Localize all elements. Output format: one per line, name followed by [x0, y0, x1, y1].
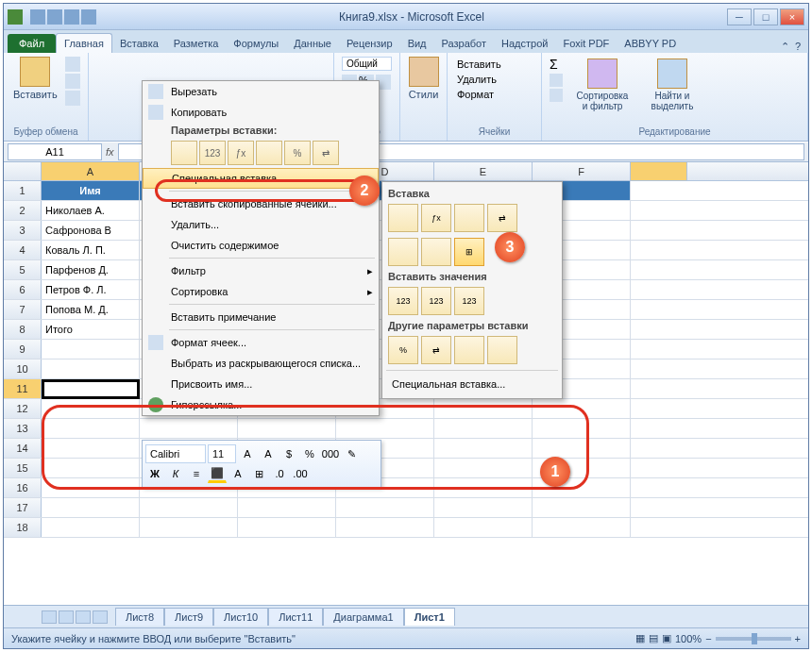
- cell[interactable]: Николаев А.: [42, 201, 140, 220]
- minimize-ribbon-icon[interactable]: ⌃: [781, 41, 789, 53]
- copy-icon[interactable]: [65, 74, 80, 89]
- sheet-tab[interactable]: Лист8: [115, 608, 164, 626]
- cell[interactable]: Имя: [42, 181, 140, 200]
- sheet-tab[interactable]: Лист11: [268, 608, 323, 626]
- help-icon[interactable]: ?: [795, 41, 801, 53]
- paste-values-source[interactable]: 123: [454, 287, 484, 315]
- cell[interactable]: Сафронова В: [42, 221, 140, 240]
- sheet-tab[interactable]: Лист9: [164, 608, 213, 626]
- col-E[interactable]: E: [434, 162, 533, 180]
- sheet-tab-active[interactable]: Лист1: [404, 608, 455, 626]
- styles-button[interactable]: Стили: [406, 55, 441, 102]
- row-header[interactable]: 5: [4, 260, 42, 279]
- mini-italic[interactable]: К: [166, 464, 185, 483]
- paste-formulas[interactable]: ƒx: [421, 204, 451, 232]
- fill-icon[interactable]: [550, 74, 563, 87]
- tab-data[interactable]: Данные: [286, 34, 339, 53]
- col-F[interactable]: F: [533, 162, 631, 180]
- tab-formulas[interactable]: Формулы: [226, 34, 286, 53]
- menu-paste-special[interactable]: Специальная вставка...▸: [143, 168, 379, 189]
- sheet-nav-last[interactable]: [93, 610, 108, 624]
- menu-cut[interactable]: Вырезать: [143, 81, 379, 102]
- cell[interactable]: Парфенов Д.: [42, 260, 140, 279]
- paste-no-borders[interactable]: [421, 238, 451, 266]
- clear-icon[interactable]: [550, 89, 563, 102]
- cell[interactable]: Коваль Л. П.: [42, 241, 140, 259]
- row-header[interactable]: 3: [4, 221, 42, 240]
- row-header[interactable]: 11: [4, 379, 42, 398]
- paste-option-link[interactable]: ⇄: [313, 141, 339, 165]
- fx-icon[interactable]: fx: [106, 146, 114, 158]
- paste-all[interactable]: [388, 204, 418, 232]
- sort-filter-button[interactable]: Сортировка и фильтр: [570, 57, 634, 113]
- menu-define-name[interactable]: Присвоить имя...: [143, 374, 379, 394]
- format-painter-icon[interactable]: [65, 91, 80, 106]
- paste-linked-picture[interactable]: [487, 336, 517, 364]
- mini-align[interactable]: ≡: [187, 464, 206, 483]
- tab-foxit[interactable]: Foxit PDF: [555, 34, 617, 53]
- row-header[interactable]: 12: [4, 399, 42, 418]
- menu-insert-copied[interactable]: Вставить скопированные ячейки...: [143, 193, 379, 214]
- paste-button[interactable]: Вставить: [9, 55, 61, 106]
- paste-picture[interactable]: [454, 336, 484, 364]
- mini-decrease-decimal[interactable]: .0: [270, 464, 289, 483]
- row-header[interactable]: 16: [4, 478, 42, 497]
- zoom-slider[interactable]: [716, 637, 791, 641]
- paste-option-transpose[interactable]: [256, 141, 282, 165]
- paste-transpose[interactable]: ⊞: [454, 238, 484, 266]
- paste-keep-borders[interactable]: ⇄: [487, 204, 517, 232]
- cell[interactable]: Итого: [42, 320, 140, 339]
- mini-shrink-font[interactable]: A: [259, 444, 278, 463]
- cells-insert[interactable]: Вставить: [455, 57, 533, 72]
- menu-pick-from-list[interactable]: Выбрать из раскрывающегося списка...: [143, 353, 379, 374]
- row-header[interactable]: 2: [4, 201, 42, 220]
- paste-option-values[interactable]: 123: [199, 141, 226, 165]
- row-header[interactable]: 13: [4, 419, 42, 438]
- name-box[interactable]: A11: [8, 143, 102, 160]
- menu-format-cells[interactable]: Формат ячеек...: [143, 332, 379, 353]
- autosum-icon[interactable]: Σ: [550, 57, 563, 72]
- cells-delete[interactable]: Удалить: [455, 72, 533, 87]
- mini-grow-font[interactable]: A: [238, 444, 257, 463]
- mini-borders[interactable]: ⊞: [249, 464, 268, 483]
- sheet-nav-next[interactable]: [76, 610, 91, 624]
- paste-keep-width[interactable]: [388, 238, 418, 266]
- cells-format[interactable]: Формат: [455, 87, 533, 102]
- col-G[interactable]: [631, 162, 687, 180]
- minimize-button[interactable]: ─: [727, 8, 752, 25]
- paste-formulas-number[interactable]: [454, 204, 484, 232]
- menu-hyperlink[interactable]: Гиперссылка...: [143, 394, 379, 415]
- row-header[interactable]: 17: [4, 498, 42, 517]
- select-all-corner[interactable]: [4, 162, 42, 180]
- mini-bold[interactable]: Ж: [145, 464, 164, 483]
- row-header[interactable]: 7: [4, 300, 42, 319]
- tab-addins[interactable]: Надстрой: [494, 34, 555, 53]
- menu-filter[interactable]: Фильтр▸: [143, 260, 379, 281]
- file-tab[interactable]: Файл: [8, 34, 56, 53]
- mini-size-selector[interactable]: 11: [208, 444, 236, 463]
- tab-home[interactable]: Главная: [56, 33, 112, 53]
- find-select-button[interactable]: Найти и выделить: [642, 57, 702, 113]
- row-header[interactable]: 6: [4, 280, 42, 299]
- mini-format-painter[interactable]: ✎: [342, 444, 361, 463]
- view-layout-icon[interactable]: ▤: [649, 632, 658, 644]
- paste-values-number[interactable]: 123: [421, 287, 451, 315]
- paste-values-only[interactable]: 123: [388, 287, 418, 315]
- menu-delete[interactable]: Удалить...: [143, 214, 379, 235]
- mini-fill-color[interactable]: ⬛: [208, 464, 227, 483]
- active-cell[interactable]: [42, 379, 140, 398]
- row-header[interactable]: 10: [4, 359, 42, 378]
- view-break-icon[interactable]: ▣: [662, 632, 671, 644]
- paste-option-formulas[interactable]: ƒx: [228, 141, 254, 165]
- menu-sort[interactable]: Сортировка▸: [143, 281, 379, 302]
- cut-icon[interactable]: [65, 57, 80, 72]
- tab-layout[interactable]: Разметка: [166, 34, 227, 53]
- menu-insert-comment[interactable]: Вставить примечание: [143, 307, 379, 327]
- row-header[interactable]: 1: [4, 181, 42, 200]
- quick-access-toolbar[interactable]: [30, 9, 96, 25]
- paste-option-all[interactable]: [171, 141, 197, 165]
- zoom-level[interactable]: 100%: [675, 633, 702, 644]
- menu-clear[interactable]: Очистить содержимое: [143, 235, 379, 256]
- sheet-nav-prev[interactable]: [59, 610, 74, 624]
- sheet-nav-first[interactable]: [42, 610, 57, 624]
